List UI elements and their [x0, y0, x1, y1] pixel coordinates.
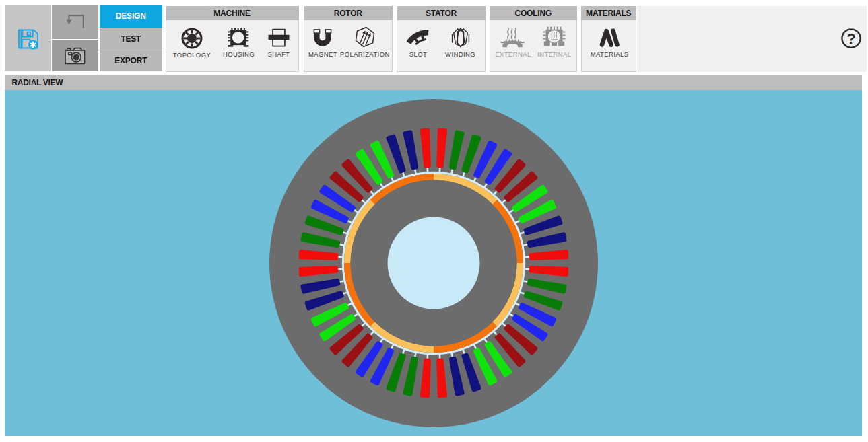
svg-text:?: ?	[846, 30, 855, 47]
